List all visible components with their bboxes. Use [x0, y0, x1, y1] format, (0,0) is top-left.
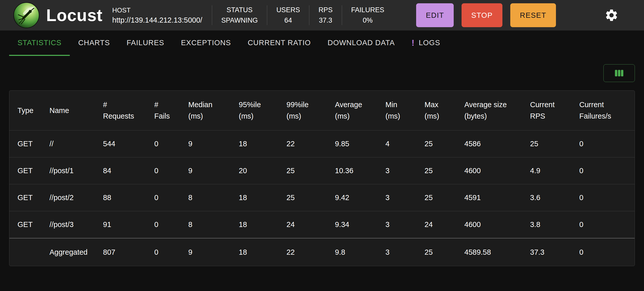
status-group: STATUS SPAWNING USERS 64 RPS 37.3 FAILUR…	[212, 5, 393, 25]
table-row: GET//post/2880818259.4232545913.60	[9, 184, 635, 211]
aggregated-row: Aggregated8070918229.83254589.5837.30	[9, 238, 635, 266]
column-header[interactable]: Min (ms)	[385, 99, 425, 122]
stat-users: USERS 64	[267, 5, 309, 25]
table-cell: 88	[103, 194, 154, 201]
table-cell: //post/2	[49, 194, 103, 201]
column-header[interactable]: Average (ms)	[335, 99, 385, 122]
table-cell: 25	[425, 140, 464, 148]
settings-button[interactable]	[604, 8, 619, 22]
tab-label: EXCEPTIONS	[181, 39, 231, 47]
table-cell: //	[49, 140, 103, 148]
table-cell: 3	[385, 194, 425, 201]
table-cell: 0	[579, 221, 626, 228]
column-header[interactable]: Median (ms)	[188, 99, 239, 122]
stat-label: STATUS	[227, 7, 253, 13]
table-cell: 4.9	[530, 167, 579, 174]
column-header[interactable]: Max (ms)	[425, 99, 464, 122]
table-cell: GET	[18, 221, 49, 228]
table-cell: //post/3	[49, 221, 103, 228]
stat-value: 37.3	[319, 17, 332, 24]
table-cell: 10.36	[335, 167, 385, 174]
table-cell: 9.8	[335, 249, 385, 256]
tab-current-ratio[interactable]: CURRENT RATIO	[239, 30, 319, 56]
column-header[interactable]: Name	[49, 105, 103, 116]
table-cell: 0	[154, 140, 188, 148]
stop-button[interactable]: STOP	[462, 3, 502, 27]
table-cell: 4586	[464, 140, 530, 148]
table-cell: 9.34	[335, 221, 385, 228]
table-cell: 3	[385, 167, 425, 174]
tab-exceptions[interactable]: EXCEPTIONS	[173, 30, 239, 56]
stat-value: 0%	[363, 17, 372, 24]
table-body: GET//5440918229.854254586250GET//post/18…	[9, 130, 635, 266]
tab-label: FAILURES	[127, 39, 164, 47]
table-cell: 9	[188, 140, 239, 148]
host-url: http://139.144.212.13:5000/	[112, 17, 202, 24]
table-toolbar	[9, 64, 635, 82]
action-buttons: EDIT STOP RESET	[416, 3, 556, 27]
table-cell: 4600	[464, 221, 530, 228]
table-cell: 25	[425, 249, 464, 256]
table-cell: 37.3	[530, 249, 579, 256]
table-cell: 0	[154, 167, 188, 174]
view-columns-icon	[614, 68, 625, 79]
table-cell: Aggregated	[49, 249, 103, 256]
edit-button[interactable]: EDIT	[416, 3, 454, 27]
table-cell: 18	[239, 140, 286, 148]
table-cell: 18	[239, 221, 286, 228]
table-cell: 9	[188, 249, 239, 256]
table-cell: 24	[425, 221, 464, 228]
table-cell: 9	[188, 167, 239, 174]
column-picker-button[interactable]	[603, 64, 635, 82]
column-header[interactable]: # Requests	[103, 99, 154, 122]
reset-button[interactable]: RESET	[510, 3, 556, 27]
table-cell: 3	[385, 249, 425, 256]
column-header[interactable]: Current Failures/s	[579, 99, 626, 122]
table-cell: 84	[103, 167, 154, 174]
stat-value: 64	[284, 17, 292, 24]
table-cell: 8	[188, 194, 239, 201]
table-cell: 544	[103, 140, 154, 148]
table-cell: 18	[239, 249, 286, 256]
column-header[interactable]: # Fails	[154, 99, 188, 122]
statistics-table: TypeName# Requests# FailsMedian (ms)95%i…	[9, 90, 635, 266]
tab-logs[interactable]: !LOGS	[403, 30, 449, 56]
tab-label: LOGS	[419, 39, 440, 47]
table-cell: GET	[18, 140, 49, 148]
stat-status: STATUS SPAWNING	[212, 5, 267, 25]
column-header[interactable]: Current RPS	[530, 99, 579, 122]
table-row: GET//post/3910818249.3432446003.80	[9, 211, 635, 238]
top-bar: Locust HOST http://139.144.212.13:5000/ …	[0, 0, 644, 30]
locust-logo-icon	[13, 2, 40, 28]
table-cell: 0	[154, 194, 188, 201]
table-cell: 22	[286, 249, 335, 256]
column-header[interactable]: Type	[18, 105, 49, 116]
table-cell: 0	[579, 167, 626, 174]
table-row: GET//5440918229.854254586250	[9, 130, 635, 157]
table-cell: 3.6	[530, 194, 579, 201]
table-cell: 4589.58	[464, 249, 530, 256]
table-cell: 4591	[464, 194, 530, 201]
table-cell: 3	[385, 221, 425, 228]
table-cell: GET	[18, 194, 49, 201]
table-cell: 4	[385, 140, 425, 148]
table-cell: GET	[18, 167, 49, 174]
tab-statistics[interactable]: STATISTICS	[9, 30, 70, 56]
column-header[interactable]: 99%ile (ms)	[286, 99, 335, 122]
table-cell: 25	[286, 194, 335, 201]
tab-failures[interactable]: FAILURES	[118, 30, 173, 56]
column-header[interactable]: 95%ile (ms)	[239, 99, 286, 122]
host-info: HOST http://139.144.212.13:5000/	[112, 7, 202, 24]
column-header[interactable]: Average size (bytes)	[464, 99, 530, 122]
table-cell: 18	[239, 194, 286, 201]
tab-charts[interactable]: CHARTS	[70, 30, 118, 56]
table-cell: 9.85	[335, 140, 385, 148]
table-cell: 25	[425, 167, 464, 174]
table-cell: 0	[579, 140, 626, 148]
table-cell: 0	[154, 249, 188, 256]
tab-label: DOWNLOAD DATA	[328, 39, 395, 47]
table-header-row: TypeName# Requests# FailsMedian (ms)95%i…	[9, 91, 635, 130]
tab-download-data[interactable]: DOWNLOAD DATA	[319, 30, 403, 56]
stat-label: USERS	[276, 7, 300, 13]
table-cell: 0	[579, 249, 626, 256]
